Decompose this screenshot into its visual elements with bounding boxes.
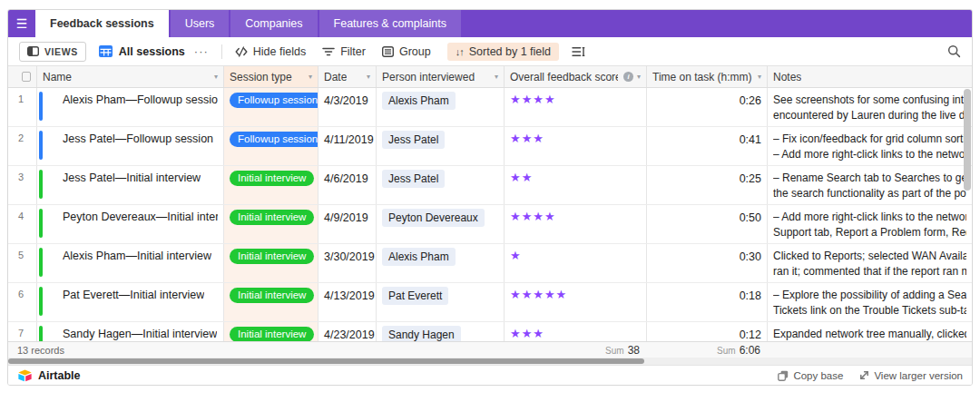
view-more-button[interactable]: ··· xyxy=(194,44,209,58)
date-cell[interactable]: 4/23/2019 xyxy=(318,322,377,341)
name-cell[interactable]: Sandy Hagen—Initial interview xyxy=(37,322,224,341)
current-view-switcher[interactable]: All sessions xyxy=(99,45,185,58)
score-cell[interactable]: ★★★ xyxy=(505,322,647,341)
session-type-cell[interactable]: Initial interview xyxy=(224,205,318,243)
person-cell[interactable]: Jess Patel xyxy=(377,127,505,165)
score-sum-cell[interactable]: Sum38 xyxy=(377,344,647,357)
session-type-cell[interactable]: Initial interview xyxy=(224,283,318,321)
column-header-overall-feedback-score[interactable]: Overall feedback score i ▾ xyxy=(505,66,647,87)
views-button[interactable]: VIEWS xyxy=(19,42,86,62)
row-select-cell[interactable]: 5 xyxy=(8,244,37,282)
column-header-notes[interactable]: Notes xyxy=(768,66,972,87)
score-cell[interactable]: ★★★★ xyxy=(505,205,647,243)
row-select-cell[interactable]: 6 xyxy=(8,283,37,321)
row-select-cell[interactable]: 7 xyxy=(8,322,37,341)
session-type-cell[interactable]: Followup session xyxy=(224,88,318,126)
time-cell[interactable]: 0:25 xyxy=(647,166,768,204)
notes-cell[interactable]: Expanded network tree manually, clicked … xyxy=(768,322,972,341)
name-cell[interactable]: Peyton Devereaux—Initial interview xyxy=(37,205,224,243)
column-header-person-interviewed[interactable]: Person interviewed ▾ xyxy=(377,66,505,87)
time-cell[interactable]: 0:41 xyxy=(647,127,768,165)
row-select-cell[interactable]: 3 xyxy=(8,166,37,204)
time-cell[interactable]: 0:30 xyxy=(647,244,768,282)
row-height-button[interactable] xyxy=(572,46,585,57)
notes-cell[interactable]: Clicked to Reports; selected WAN Availab… xyxy=(768,244,972,282)
airtable-home-link[interactable]: Airtable xyxy=(17,369,81,382)
hide-fields-button[interactable]: Hide fields xyxy=(235,45,306,58)
time-cell[interactable]: 0:26 xyxy=(647,88,768,126)
time-sum-cell[interactable]: Sum6:06 xyxy=(647,344,768,357)
row-select-cell[interactable]: 4 xyxy=(8,205,37,243)
name-cell[interactable]: Jess Patel—Initial interview xyxy=(37,166,224,204)
session-type-cell[interactable]: Initial interview xyxy=(224,244,318,282)
session-type-cell[interactable]: Followup session xyxy=(224,127,318,165)
group-button[interactable]: Group xyxy=(382,45,431,58)
chevron-down-icon[interactable]: ▾ xyxy=(363,73,370,81)
person-cell[interactable]: Alexis Pham xyxy=(377,244,505,282)
notes-cell[interactable]: See screenshots for some confusing inter… xyxy=(768,88,972,126)
view-larger-button[interactable]: View larger version xyxy=(859,370,963,381)
tab-users[interactable]: Users xyxy=(171,10,230,37)
tab-feedback-sessions[interactable]: Feedback sessions xyxy=(35,10,169,37)
person-cell[interactable]: Pat Everett xyxy=(377,283,505,321)
tab-features-complaints[interactable]: Features & complaints xyxy=(319,10,461,37)
notes-cell[interactable]: – Explore the possibility of adding a Se… xyxy=(768,283,972,321)
date-cell[interactable]: 4/6/2019 xyxy=(318,166,377,204)
score-cell[interactable]: ★ xyxy=(505,244,647,282)
name-cell[interactable]: Alexis Pham—Followup session xyxy=(37,88,224,126)
notes-cell[interactable]: – Add more right-click links to the netw… xyxy=(768,205,972,243)
column-header-name[interactable]: Name ▾ xyxy=(37,66,224,87)
column-header-time-on-task[interactable]: Time on task (h:mm) ▾ xyxy=(647,66,768,87)
name-cell[interactable]: Pat Everett—Initial interview xyxy=(37,283,224,321)
time-cell[interactable]: 0:12 xyxy=(647,322,768,341)
chevron-down-icon[interactable]: ▾ xyxy=(633,73,641,81)
tab-companies[interactable]: Companies xyxy=(230,10,317,37)
table-row[interactable]: 5Alexis Pham—Initial interviewInitial in… xyxy=(8,244,972,283)
notes-cell[interactable]: – Fix icon/feedback for grid column sort… xyxy=(768,127,972,165)
score-cell[interactable]: ★★★★★ xyxy=(505,283,647,321)
date-cell[interactable]: 4/13/2019 xyxy=(318,283,377,321)
notes-cell[interactable]: – Rename Search tab to Searches to get u… xyxy=(768,166,972,204)
date-cell[interactable]: 4/3/2019 xyxy=(318,88,377,126)
score-cell[interactable]: ★★ xyxy=(505,166,647,204)
person-cell[interactable]: Sandy Hagen xyxy=(377,322,505,341)
filter-button[interactable]: Filter xyxy=(322,45,366,58)
copy-base-button[interactable]: Copy base xyxy=(778,370,843,381)
record-name: Peyton Devereaux—Initial interview xyxy=(63,205,218,223)
select-all-checkbox[interactable] xyxy=(22,72,31,82)
table-row[interactable]: 1Alexis Pham—Followup sessionFollowup se… xyxy=(8,88,972,127)
chevron-down-icon[interactable]: ▾ xyxy=(211,73,218,81)
time-cell[interactable]: 0:18 xyxy=(647,283,768,321)
session-type-cell[interactable]: Initial interview xyxy=(224,166,318,204)
score-cell[interactable]: ★★★★ xyxy=(505,88,647,126)
horizontal-scrollbar-thumb[interactable] xyxy=(8,358,644,364)
person-cell[interactable]: Peyton Devereaux xyxy=(377,205,505,243)
column-header-date[interactable]: Date ▾ xyxy=(318,66,377,87)
date-cell[interactable]: 4/9/2019 xyxy=(318,205,377,243)
date-cell[interactable]: 3/30/2019 xyxy=(318,244,377,282)
search-button[interactable] xyxy=(947,44,961,58)
chevron-down-icon[interactable]: ▾ xyxy=(305,73,312,81)
vertical-scrollbar-thumb[interactable] xyxy=(964,89,971,191)
chevron-down-icon[interactable]: ▾ xyxy=(754,73,761,81)
session-type-cell[interactable]: Initial interview xyxy=(224,322,318,341)
date-cell[interactable]: 4/11/2019 xyxy=(318,127,377,165)
person-cell[interactable]: Jess Patel xyxy=(377,166,505,204)
table-row[interactable]: 4Peyton Devereaux—Initial interviewIniti… xyxy=(8,205,972,244)
name-cell[interactable]: Alexis Pham—Initial interview xyxy=(37,244,224,282)
person-cell[interactable]: Alexis Pham xyxy=(377,88,505,126)
score-cell[interactable]: ★★★ xyxy=(505,127,647,165)
row-select-cell[interactable]: 2 xyxy=(8,127,37,165)
hamburger-menu-icon[interactable]: ☰ xyxy=(8,10,35,37)
table-row[interactable]: 2Jess Patel—Followup sessionFollowup ses… xyxy=(8,127,972,166)
table-row[interactable]: 3Jess Patel—Initial interviewInitial int… xyxy=(8,166,972,205)
table-row[interactable]: 7Sandy Hagen—Initial interviewInitial in… xyxy=(8,322,972,341)
row-select-cell[interactable]: 1 xyxy=(8,88,37,126)
time-cell[interactable]: 0:50 xyxy=(647,205,768,243)
chevron-down-icon[interactable]: ▾ xyxy=(491,73,498,81)
expand-icon xyxy=(859,370,869,380)
column-header-session-type[interactable]: Session type ▾ xyxy=(224,66,318,87)
table-row[interactable]: 6Pat Everett—Initial interviewInitial in… xyxy=(8,283,972,322)
name-cell[interactable]: Jess Patel—Followup session xyxy=(37,127,224,165)
sort-button[interactable]: ↓↑ Sorted by 1 field xyxy=(447,43,559,61)
